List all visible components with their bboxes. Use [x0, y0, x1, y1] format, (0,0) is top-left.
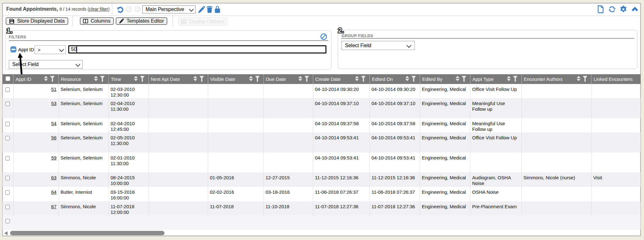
svg-text:2.: 2. [338, 26, 344, 34]
svg-text:1.: 1. [7, 27, 12, 35]
